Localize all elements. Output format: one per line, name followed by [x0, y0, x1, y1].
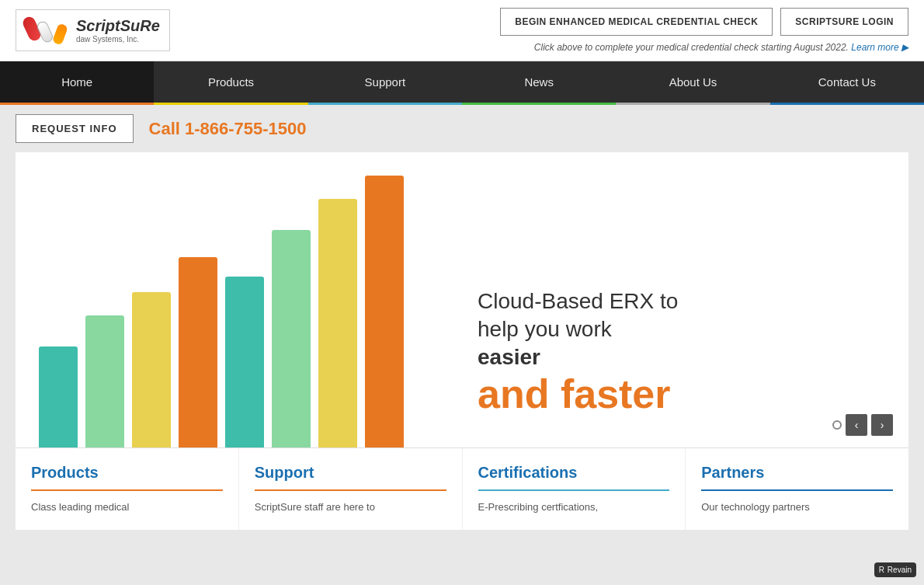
hero-headline2: help you work [478, 317, 612, 341]
card-title: Partners [701, 464, 893, 482]
card-text: Class leading medical [31, 500, 223, 514]
notice-text: Click above to complete your medical cre… [534, 42, 849, 53]
pill-white [36, 19, 55, 44]
slider-next-button[interactable]: › [871, 414, 893, 436]
card-divider [701, 489, 893, 491]
nav-item-contact[interactable]: Contact Us [770, 61, 924, 105]
info-card: Partners Our technology partners [686, 448, 908, 530]
card-text: Our technology partners [701, 500, 893, 514]
nav-item-products[interactable]: Products [154, 61, 307, 105]
hero-headline1: Cloud-Based ERX to [478, 289, 678, 313]
chart-bar [365, 176, 404, 447]
chart-bar [318, 199, 357, 447]
credential-check-button[interactable]: BEGIN ENHANCED MEDICAL CREDENTIAL CHECK [500, 8, 773, 36]
subheader: REQUEST INFO Call 1-866-755-1500 [0, 105, 924, 152]
nav-item-home[interactable]: Home [0, 61, 154, 105]
info-card: Support ScriptSure staff are here to [239, 448, 463, 530]
revain-icon: R [879, 566, 884, 574]
logo: ScriptSuRe daw Systems, Inc. [16, 9, 170, 51]
slider-dot-1[interactable] [832, 420, 842, 430]
chart-bar [132, 292, 171, 447]
hero-section: Cloud-Based ERX to help you work easier … [16, 152, 908, 447]
logo-name: ScriptSuRe [76, 17, 160, 35]
nav-item-about[interactable]: About Us [616, 61, 769, 105]
main-nav: Home Products Support News About Us Cont… [0, 61, 924, 105]
hero-headline3: easier [478, 345, 540, 369]
revain-label: Revain [888, 566, 912, 574]
request-info-button[interactable]: REQUEST INFO [16, 114, 134, 143]
logo-subtitle: daw Systems, Inc. [76, 35, 160, 44]
card-title: Products [31, 464, 223, 482]
phone-number: Call 1-866-755-1500 [149, 119, 307, 139]
bar-chart [16, 152, 462, 447]
nav-item-support[interactable]: Support [308, 61, 462, 105]
nav-item-news[interactable]: News [462, 61, 616, 105]
card-title: Support [255, 464, 446, 482]
chart-bar [85, 315, 124, 447]
pill-orange [52, 23, 68, 46]
header-buttons: BEGIN ENHANCED MEDICAL CREDENTIAL CHECK … [500, 8, 908, 36]
main-content: Cloud-Based ERX to help you work easier … [0, 152, 924, 545]
notice-arrow: ▶ [901, 42, 908, 53]
learn-more-link[interactable]: Learn more [851, 42, 898, 53]
card-title: Certifications [478, 464, 670, 482]
card-divider [255, 489, 446, 491]
cards-section: Products Class leading medical Support S… [16, 447, 908, 530]
slider-controls: ‹ › [832, 414, 893, 436]
header-notice: Click above to complete your medical cre… [534, 42, 908, 53]
chart-bar [179, 257, 217, 447]
header-right: BEGIN ENHANCED MEDICAL CREDENTIAL CHECK … [500, 8, 908, 53]
card-text: ScriptSure staff are here to [255, 500, 446, 514]
chart-bar [225, 277, 264, 447]
login-button[interactable]: SCRIPTSURE LOGIN [780, 8, 908, 36]
slider-prev-button[interactable]: ‹ [846, 414, 867, 436]
chart-bar [272, 230, 311, 447]
header: ScriptSuRe daw Systems, Inc. BEGIN ENHAN… [0, 0, 924, 61]
card-divider [478, 489, 670, 491]
card-divider [31, 489, 223, 491]
chart-bar [39, 346, 78, 447]
logo-pills [26, 16, 65, 44]
info-card: Certifications E-Prescribing certficatio… [463, 448, 686, 530]
hero-headline4: and faster [478, 372, 877, 416]
revain-badge: R Revain [874, 562, 916, 577]
card-text: E-Prescribing certfications, [478, 500, 670, 514]
info-card: Products Class leading medical [16, 448, 239, 530]
